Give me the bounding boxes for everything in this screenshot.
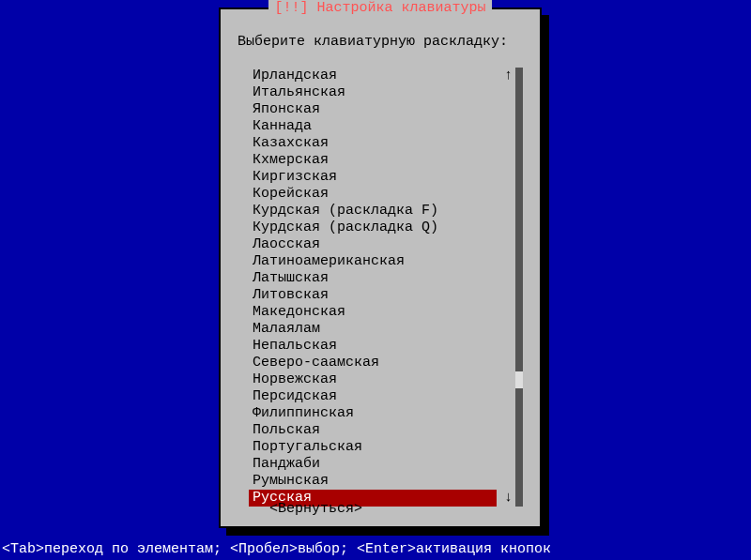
layout-option[interactable]: Корейская (249, 186, 521, 203)
scrollbar-gap (515, 371, 523, 388)
scroll-indicators: ↑ ↓ (504, 68, 515, 507)
keyboard-layout-dialog: [!!] Настройка клавиатуры Выберите клави… (219, 8, 542, 528)
layout-option[interactable]: Норвежская (249, 371, 521, 388)
layout-option[interactable]: Малаялам (249, 321, 521, 338)
dialog-title: [!!] Настройка клавиатуры (221, 0, 540, 17)
layout-option[interactable]: Панджаби (249, 456, 521, 473)
dialog-title-text: [!!] Настройка клавиатуры (268, 0, 491, 16)
layout-option[interactable]: Казахская (249, 135, 521, 152)
layout-option[interactable]: Румынская (249, 473, 521, 490)
layout-option[interactable]: Итальянская (249, 84, 521, 101)
layout-option[interactable]: Ирландская (249, 68, 521, 84)
help-bar: <Tab>переход по элементам; <Пробел>выбор… (2, 541, 551, 558)
layout-option[interactable]: Непальская (249, 338, 521, 355)
scrollbar-track-upper (515, 68, 523, 371)
layout-option[interactable]: Македонская (249, 304, 521, 321)
dialog-container: [!!] Настройка клавиатуры Выберите клави… (219, 8, 542, 528)
layout-option[interactable]: Японская (249, 101, 521, 118)
scroll-down-icon[interactable]: ↓ (504, 490, 515, 507)
scrollbar-track-lower (515, 388, 523, 507)
layout-option[interactable]: Лаосская (249, 236, 521, 253)
layout-option[interactable]: Польская (249, 422, 521, 439)
layout-option[interactable]: Персидская (249, 388, 521, 405)
layout-option[interactable]: Литовская (249, 287, 521, 304)
layout-option[interactable]: Латышская (249, 270, 521, 287)
layout-option[interactable]: Северо-саамская (249, 355, 521, 371)
layout-option[interactable]: Киргизская (249, 169, 521, 186)
layout-option[interactable]: Филиппинская (249, 405, 521, 422)
scrollbar[interactable] (515, 68, 523, 507)
layout-option[interactable]: Каннада (249, 118, 521, 135)
dialog-prompt: Выберите клавиатурную раскладку: (238, 34, 508, 51)
scroll-up-icon[interactable]: ↑ (504, 68, 515, 84)
layout-option[interactable]: Кхмерская (249, 152, 521, 169)
back-button[interactable]: <Вернуться> (269, 501, 362, 518)
layout-option[interactable]: Курдская (раскладка F) (249, 203, 521, 219)
layout-option[interactable]: Курдская (раскладка Q) (249, 219, 521, 236)
layout-option[interactable]: Латиноамериканская (249, 253, 521, 270)
layout-option[interactable]: Португальская (249, 439, 521, 456)
layout-list[interactable]: ИрландскаяИтальянскаяЯпонскаяКаннадаКаза… (249, 68, 521, 507)
